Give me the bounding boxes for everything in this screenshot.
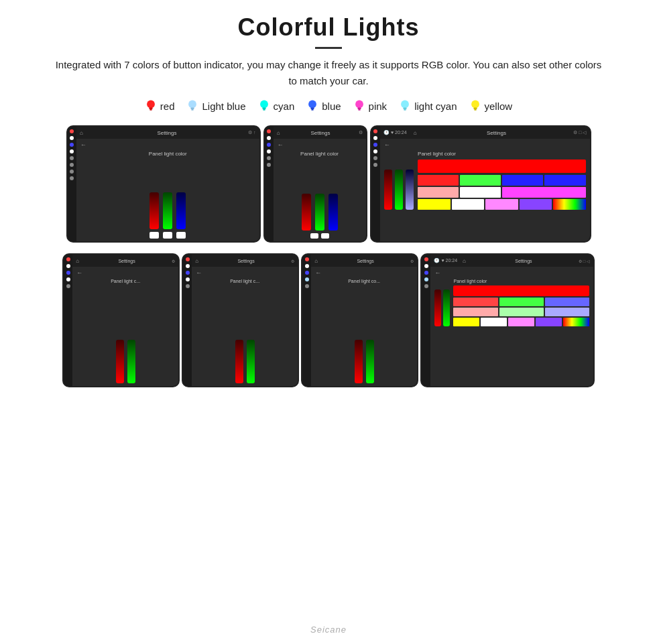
svg-rect-20 <box>474 109 476 111</box>
b1-dot2 <box>66 264 70 268</box>
sidebar-dot-gray2 <box>70 163 74 167</box>
b2-topbar: ⌂ Settings ⚙ <box>192 255 298 267</box>
screen2-slider-blue <box>328 194 338 231</box>
color-label-blue: blue <box>322 101 341 112</box>
screen3-sl-green <box>395 170 403 210</box>
svg-rect-17 <box>404 109 406 111</box>
b3-back: ← <box>315 269 413 276</box>
screen3-row3 <box>418 199 585 210</box>
b4-g <box>499 298 544 306</box>
b2-dot5 <box>186 284 190 288</box>
screen3-time: 🕐 ♥ 20:24 <box>383 130 407 135</box>
screen2-body: ← Panel light color <box>274 139 366 241</box>
color-label-red: red <box>160 101 175 112</box>
color-indicators-row: red Light blue cyan blue <box>27 99 630 113</box>
b1-body: ← Panel light c... <box>72 267 178 386</box>
b4-lb <box>545 308 589 316</box>
b1-label: Panel light c... <box>76 279 174 283</box>
palette-w <box>460 187 501 198</box>
lightblue-bulb-icon <box>186 99 198 113</box>
screen2-slider-red <box>302 194 311 231</box>
color-item-lightblue: Light blue <box>186 99 245 113</box>
screen2-home-icon: ⌂ <box>277 130 280 136</box>
screen2-whites <box>278 233 362 239</box>
b4-dot4 <box>424 277 428 281</box>
s3-dot2 <box>373 136 377 140</box>
b4-big-red <box>453 285 589 296</box>
b2-back: ← <box>196 269 294 276</box>
svg-rect-4 <box>191 108 194 110</box>
screen2-panel-label: Panel light color <box>278 151 362 157</box>
b3-sl-red <box>355 340 363 383</box>
color-item-pink: pink <box>353 99 387 113</box>
b2-dot2 <box>186 264 190 268</box>
b1-sidebar <box>64 255 72 386</box>
b4-sliders <box>434 279 450 326</box>
s2-dot6 <box>267 163 271 167</box>
b3-dot5 <box>305 284 309 288</box>
sidebar-dot-white <box>70 136 74 140</box>
b1-home: ⌂ <box>76 258 79 264</box>
b3-home: ⌂ <box>314 258 318 264</box>
screen3-icons: ⚙ □ ◁ <box>573 130 586 135</box>
b4-rainbow <box>563 318 589 326</box>
screen3-inner: 🕐 ♥ 20:24 ⌂ Settings ⚙ □ ◁ ← <box>380 127 589 241</box>
b4-icons: ⚙ □ ◁ <box>579 259 590 263</box>
s2-dot3 <box>267 143 271 147</box>
b2-body: ← Panel light c... <box>192 267 298 386</box>
screen1-sliders <box>80 161 255 229</box>
color-label-cyan: cyan <box>274 101 295 112</box>
b2-sliders <box>196 287 294 383</box>
palette-y <box>418 199 450 210</box>
screen1-inner: ⌂ Settings ⚙ ↑ ← Panel light color <box>76 127 259 241</box>
s3-dot5 <box>373 156 377 160</box>
blue-bulb-icon <box>306 99 318 113</box>
screen3-content: Panel light color <box>384 151 585 210</box>
svg-rect-13 <box>357 108 361 110</box>
watermark: Seicane <box>310 625 347 635</box>
b1-settings: Settings <box>84 259 169 263</box>
color-item-cyan: cyan <box>258 99 295 113</box>
screen-card-b2: ⌂ Settings ⚙ ← Panel light c... <box>182 253 299 387</box>
screen1-white1 <box>150 232 159 239</box>
s3-dot1 <box>373 129 377 133</box>
b4-topbar: 🕐 ♥ 20:24 ⌂ Settings ⚙ □ ◁ <box>430 255 593 267</box>
screen2-white2 <box>321 233 329 239</box>
svg-rect-10 <box>311 108 314 110</box>
svg-point-12 <box>355 101 363 109</box>
screen-card-b3: ⌂ Settings ⚙ ← Panel light co... <box>301 253 418 387</box>
b4-palette-area: Panel light color <box>453 279 589 326</box>
b4-pk <box>453 308 497 316</box>
palette-pk <box>418 187 459 198</box>
svg-rect-19 <box>473 108 477 110</box>
b4-row2 <box>453 308 589 316</box>
top-screens-row: ⌂ Settings ⚙ ↑ ← Panel light color <box>27 125 630 243</box>
palette-r <box>418 175 459 186</box>
screen1-home-icon: ⌂ <box>80 130 83 136</box>
color-item-lightcyan: light cyan <box>399 99 457 113</box>
screen3-sl-blue <box>406 170 414 210</box>
svg-rect-14 <box>358 109 360 111</box>
b3-sidebar <box>302 255 311 386</box>
b4-content: Panel light color <box>434 279 589 326</box>
b1-dot4 <box>66 277 70 281</box>
b1-sliders <box>76 287 174 383</box>
screen3-back: ← <box>384 141 585 148</box>
svg-rect-7 <box>262 108 265 110</box>
color-item-red: red <box>145 99 175 113</box>
screen3-row1 <box>418 175 585 186</box>
b3-sl-green <box>366 340 374 383</box>
s2-dot4 <box>267 149 271 153</box>
sidebar-dot-gray1 <box>70 156 74 160</box>
svg-point-3 <box>189 101 197 109</box>
palette-g <box>460 175 501 186</box>
screen3-sliders <box>384 151 414 210</box>
screen2-sliders <box>278 161 362 231</box>
screen2-topbar: ⌂ Settings ⚙ <box>274 127 366 139</box>
color-label-yellow: yellow <box>485 101 513 112</box>
screen2-white1 <box>310 233 318 239</box>
b3-label: Panel light co... <box>315 279 413 283</box>
b4-dot3 <box>424 271 428 275</box>
cyan-bulb-icon <box>258 99 270 113</box>
pink-bulb-icon <box>353 99 365 113</box>
